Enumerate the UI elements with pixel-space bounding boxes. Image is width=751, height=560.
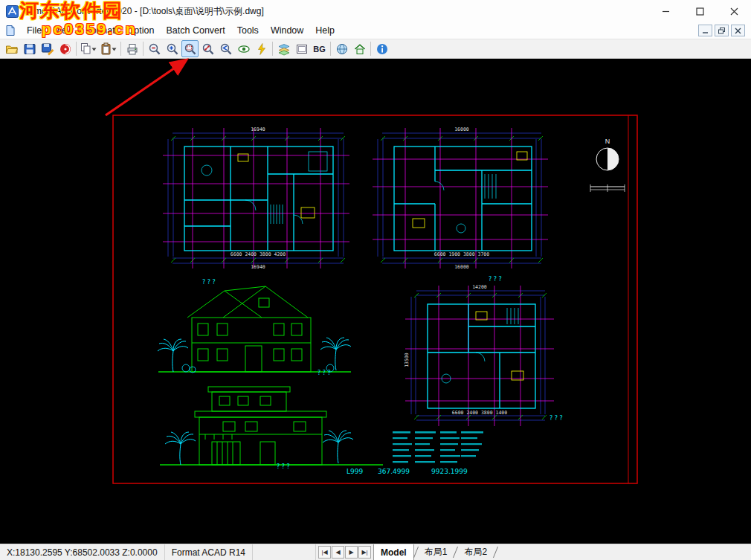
level-marks: ? ? ? ? ? ? ? ? ? ? ? ? ? ? ? <box>202 276 563 470</box>
dim-plan3-left: 13500 <box>404 353 410 367</box>
dim-plan2-total: 16000 <box>454 264 469 270</box>
mdi-restore-button[interactable] <box>715 25 729 36</box>
sheet-border <box>113 115 637 483</box>
print-button[interactable] <box>123 40 141 57</box>
copy-icon <box>80 42 91 56</box>
zoom-dynamic-button[interactable] <box>199 40 216 57</box>
zoom-window-button[interactable] <box>181 40 199 57</box>
menu-window[interactable]: Window <box>265 24 309 37</box>
save-floppy-icon <box>23 42 36 56</box>
zoom-window-icon <box>184 42 197 56</box>
floor-plan-1: 16940 6600 2400 3800 4200 16940 <box>163 126 349 270</box>
dim-plan2-bottom: 6600 1900 3800 3700 <box>434 251 489 257</box>
menu-format[interactable]: Format <box>80 24 121 37</box>
mdi-close-button[interactable] <box>731 25 745 36</box>
menu-help[interactable]: Help <box>309 24 341 37</box>
copy-button[interactable] <box>79 40 98 57</box>
close-button[interactable] <box>717 0 751 22</box>
zoom-dynamic-icon <box>202 42 215 56</box>
view-button[interactable] <box>235 40 252 57</box>
statusbar-spacer <box>253 544 316 560</box>
toolbar-separator <box>370 42 371 56</box>
clipboard-button[interactable] <box>99 40 118 57</box>
open-button[interactable] <box>3 40 20 57</box>
dim-plan3-bottom: 6600 2400 3800 1400 <box>452 410 507 416</box>
north-label: N <box>605 138 610 145</box>
svg-text:? ? ?: ? ? ? <box>318 370 331 376</box>
mdi-restore-icon <box>718 28 725 34</box>
toolbar-separator <box>120 42 121 56</box>
mdi-close-icon <box>735 28 741 34</box>
frame-button[interactable] <box>293 40 310 57</box>
svg-text:? ? ?: ? ? ? <box>277 463 290 470</box>
layers-button[interactable] <box>275 40 292 57</box>
tab-model[interactable]: Model <box>373 544 414 560</box>
close-icon <box>730 7 738 16</box>
next-tab-button[interactable]: ▶ <box>345 546 358 559</box>
home-button[interactable] <box>351 40 368 57</box>
titlebar: Acme CAD Converter 2020 - [D:\tools\桌面\说… <box>0 0 751 22</box>
minimize-button[interactable] <box>648 0 683 22</box>
globe-button[interactable] <box>333 40 350 57</box>
flash-button[interactable] <box>253 40 270 57</box>
toolbar-separator <box>76 42 77 56</box>
cad-drawing: 16940 6600 2400 3800 4200 16940 <box>0 59 751 544</box>
lightning-icon <box>255 42 268 56</box>
footer-value-1: 367.4999 <box>378 468 410 475</box>
open-folder-icon <box>5 42 19 56</box>
menu-view[interactable]: View <box>48 24 80 37</box>
menu-file[interactable]: File <box>21 24 48 37</box>
bg-button-label: BG <box>313 45 326 54</box>
mdi-minimize-button[interactable] <box>698 25 712 36</box>
zoom-in-icon <box>166 42 179 56</box>
home-icon <box>353 42 367 56</box>
toolbar: BG <box>0 39 751 59</box>
zoom-previous-button[interactable] <box>217 40 234 57</box>
svg-text:? ? ?: ? ? ? <box>202 279 216 286</box>
eye-icon <box>237 42 251 56</box>
last-tab-button[interactable]: ▶| <box>358 546 371 559</box>
layers-icon <box>277 42 291 56</box>
toolbar-separator <box>143 42 144 56</box>
svg-text:? ? ?: ? ? ? <box>489 276 502 283</box>
maximize-icon <box>696 7 704 16</box>
app-icon <box>6 5 19 18</box>
clipboard-icon <box>100 42 112 56</box>
elevation-2 <box>160 387 383 465</box>
bg-color-button[interactable]: BG <box>311 40 328 57</box>
sheet-footer: L999 367.4999 9923.1999 <box>347 468 468 475</box>
toolbar-separator <box>330 42 331 56</box>
window-title: Acme CAD Converter 2020 - [D:\tools\桌面\说… <box>24 5 648 18</box>
save-as-button[interactable] <box>39 40 56 57</box>
tree <box>158 339 188 372</box>
sheet-tabs: Model 布局1 布局2 <box>373 544 497 560</box>
menu-tools[interactable]: Tools <box>231 24 265 37</box>
tree <box>165 432 196 465</box>
mdi-minimize-icon <box>702 28 709 34</box>
zoom-in-button[interactable] <box>164 40 181 57</box>
zoom-out-button[interactable] <box>146 40 163 57</box>
svg-text:? ? ?: ? ? ? <box>549 415 563 422</box>
about-button[interactable] <box>373 40 390 57</box>
tab-layout2[interactable]: 布局2 <box>457 544 494 560</box>
prev-tab-button[interactable]: ◀ <box>332 546 344 559</box>
globe-icon <box>335 42 349 56</box>
printer-icon <box>126 42 139 56</box>
coordinates-display: X:18130.2595 Y:68502.0033 Z:0.0000 <box>0 544 165 560</box>
tab-layout1[interactable]: 布局1 <box>418 544 454 560</box>
menu-batch-convert[interactable]: Batch Convert <box>160 24 231 37</box>
tree <box>323 431 353 463</box>
floor-plan-2: 16000 6600 1900 3800 3700 16000 <box>373 126 548 270</box>
floor-plan-3: 14200 13500 6600 2400 3800 1400 <box>404 284 554 426</box>
first-tab-button[interactable]: |◀ <box>318 546 331 559</box>
drawing-canvas[interactable]: 16940 6600 2400 3800 4200 16940 <box>0 59 751 544</box>
maximize-button[interactable] <box>683 0 717 22</box>
zoom-out-icon <box>148 42 161 56</box>
save-button[interactable] <box>21 40 38 57</box>
menu-option[interactable]: Option <box>121 24 161 37</box>
footer-label: L999 <box>347 468 363 475</box>
legend-table <box>393 431 483 463</box>
document-icon[interactable] <box>4 25 16 36</box>
statusbar: X:18130.2595 Y:68502.0033 Z:0.0000 Forma… <box>0 544 751 560</box>
export-pdf-button[interactable] <box>57 40 74 57</box>
